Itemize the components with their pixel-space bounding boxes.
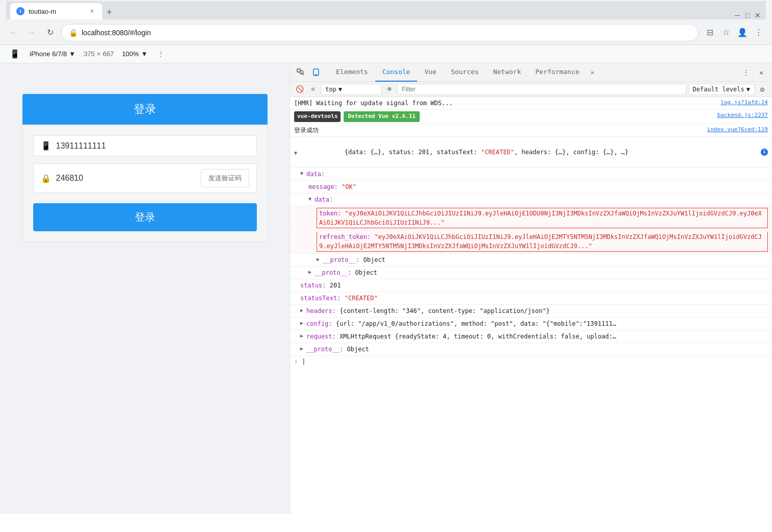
devtools-left-icons — [290, 66, 327, 79]
config-triangle[interactable] — [300, 319, 306, 325]
tab-network[interactable]: Network — [486, 63, 528, 82]
zoom-dropdown-icon: ▼ — [141, 50, 148, 58]
more-tabs-button[interactable]: » — [587, 63, 598, 82]
console-line-data-nested: data: — [290, 194, 772, 206]
eye-button[interactable]: 👁 — [384, 84, 395, 95]
data-key-text: data: — [306, 170, 768, 179]
headers-triangle[interactable] — [300, 306, 306, 312]
tab-close-button[interactable]: × — [88, 7, 96, 15]
url-bar[interactable]: 🔒 localhost:8080/#/login — [61, 24, 698, 41]
mobile-content: 登录 📱 13911111111 🔒 246810 发送验证码 — [0, 63, 290, 514]
width-value: 375 — [84, 50, 95, 58]
console-line-token: token: "eyJ0eXAiOiJKV1QiLCJhbGciOiJIUzI1… — [290, 206, 772, 230]
expand-triangle[interactable] — [294, 149, 300, 155]
refresh-token-highlight-box: refresh_token: "eyJ0eXAiOiJKV1QiLCJhbGci… — [317, 232, 768, 252]
context-selector[interactable]: top ▼ — [321, 84, 382, 95]
devtools-more-button[interactable]: ⋮ — [739, 66, 753, 79]
login-source[interactable]: index.vue?6ced:119 — [699, 126, 768, 134]
console-settings-icon[interactable]: ⚙ — [757, 84, 768, 95]
star-icon[interactable]: ☆ — [719, 26, 733, 40]
levels-dropdown-icon: ▼ — [746, 86, 750, 93]
response-obj-text: {data: {…}, status: 201, statusText: "CR… — [300, 138, 759, 166]
hmr-text: [HMR] Waiting for update signal from WDS… — [294, 99, 712, 108]
vue-devtools-source[interactable]: backend.js:2237 — [709, 111, 768, 120]
refresh-button[interactable]: ↻ — [43, 26, 57, 40]
console-line-response-obj: {data: {…}, status: 201, statusText: "CR… — [290, 137, 772, 168]
zoom-value: 100% — [122, 50, 139, 58]
console-output: [HMR] Waiting for update signal from WDS… — [290, 97, 772, 514]
console-line-data: data: — [290, 168, 772, 181]
devtools-tabs: Elements Console Vue Sources Network Per… — [327, 63, 600, 82]
dimension-x: × — [97, 50, 101, 58]
login-button[interactable]: 登录 — [33, 203, 257, 231]
console-settings-button[interactable]: ⊘ — [307, 84, 319, 95]
tab-sources[interactable]: Sources — [444, 63, 486, 82]
proto-data-text: __proto__: Object — [315, 268, 768, 277]
filter-input[interactable] — [397, 84, 686, 95]
login-header: 登录 — [22, 94, 268, 125]
proto-inner-triangle[interactable] — [317, 255, 323, 261]
phone-field: 📱 13911111111 — [33, 135, 257, 156]
status-text: status: 201 — [300, 281, 768, 290]
address-bar: ← → ↻ 🔒 localhost:8080/#/login ⊟ ☆ 👤 ⋮ — [0, 20, 772, 45]
login-success-text: 登录成功 — [294, 126, 699, 135]
inspect-element-button[interactable] — [294, 66, 307, 79]
proto-top-triangle[interactable] — [300, 345, 306, 351]
data-expand-triangle[interactable] — [300, 170, 306, 176]
clear-console-button[interactable]: 🚫 — [294, 84, 305, 95]
data-nested-key-text: data: — [315, 195, 768, 204]
login-header-text: 登录 — [134, 102, 156, 117]
code-value[interactable]: 246810 — [56, 174, 196, 183]
vue-devtools-badge: vue-devtools — [294, 111, 341, 122]
proto-inner-text: __proto__: Object — [323, 255, 768, 264]
browser-tab[interactable]: t toutiao-m × — [10, 3, 102, 19]
back-button[interactable]: ← — [6, 26, 20, 40]
request-text: request: XMLHttpRequest {readyState: 4, … — [306, 332, 768, 341]
device-selector[interactable]: iPhone 6/7/8 ▼ — [30, 50, 76, 58]
levels-selector[interactable]: Default levels ▼ — [688, 84, 755, 95]
tab-performance[interactable]: Performance — [528, 63, 587, 82]
tab-vue[interactable]: Vue — [417, 63, 443, 82]
console-line-message: message: "OK" — [290, 181, 772, 194]
device-mode-button[interactable] — [309, 66, 323, 79]
main-area: 登录 📱 13911111111 🔒 246810 发送验证码 — [0, 63, 772, 514]
tab-console[interactable]: Console — [375, 63, 418, 82]
info-icon: i — [761, 149, 768, 156]
minimize-button[interactable]: ─ — [733, 11, 741, 19]
console-line-vue-devtools: vue-devtools Detected Vue v2.6.11 backen… — [290, 110, 772, 124]
close-button[interactable]: ✕ — [754, 11, 762, 19]
proto-data-triangle[interactable] — [308, 268, 315, 274]
devtools-right-icons: ⋮ ✕ — [739, 66, 772, 79]
request-triangle[interactable] — [300, 332, 306, 338]
console-line-refresh-token: refresh_token: "eyJ0eXAiOiJKV1QiLCJhbGci… — [290, 230, 772, 254]
tab-title: toutiao-m — [29, 8, 56, 15]
login-form: 📱 13911111111 🔒 246810 发送验证码 登录 — [22, 125, 268, 242]
maximize-button[interactable]: □ — [743, 11, 752, 19]
send-code-button[interactable]: 发送验证码 — [201, 169, 249, 187]
more-options-icon[interactable]: ⋮ — [158, 51, 164, 58]
browser-window: t toutiao-m × + ─ □ ✕ ← → ↻ 🔒 localhost:… — [0, 0, 772, 514]
message-text: message: "OK" — [308, 182, 768, 191]
context-dropdown-icon: ▼ — [339, 86, 342, 93]
devtools-panel: Elements Console Vue Sources Network Per… — [290, 63, 772, 514]
forward-button[interactable]: → — [25, 26, 39, 40]
prompt-cursor[interactable]: | — [302, 358, 305, 365]
phone-value[interactable]: 13911111111 — [56, 141, 249, 151]
device-toolbar-toggle[interactable]: 📱 — [8, 47, 21, 61]
cast-icon[interactable]: ⊟ — [703, 26, 717, 40]
hmr-source[interactable]: log.js?1afd:24 — [712, 99, 768, 107]
tab-elements[interactable]: Elements — [329, 63, 375, 82]
device-dropdown-icon: ▼ — [69, 50, 76, 58]
console-line-status: status: 201 — [290, 279, 772, 292]
new-tab-button[interactable]: + — [102, 5, 116, 19]
account-icon[interactable]: 👤 — [735, 26, 750, 40]
console-toolbar: 🚫 ⊘ top ▼ 👁 Default levels ▼ ⚙ — [290, 82, 772, 97]
zoom-selector[interactable]: 100% ▼ — [122, 50, 148, 58]
data-nested-expand-triangle[interactable] — [308, 195, 315, 201]
console-line-proto-inner: __proto__: Object — [290, 254, 772, 267]
console-prompt: › | — [290, 356, 772, 367]
devtools-close-button[interactable]: ✕ — [755, 66, 768, 79]
device-toolbar: 📱 iPhone 6/7/8 ▼ 375 × 667 100% ▼ ⋮ — [0, 45, 772, 63]
token-text: token: "eyJ0eXAiOiJKV1QiLCJhbGciOiJIUzI1… — [319, 210, 762, 226]
more-icon[interactable]: ⋮ — [752, 26, 766, 40]
